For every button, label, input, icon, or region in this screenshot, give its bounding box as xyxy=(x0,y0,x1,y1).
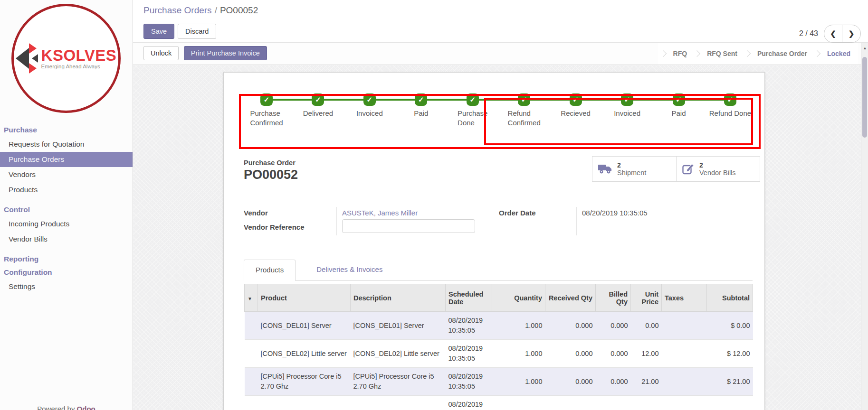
ksolves-logo: KSOLVES Emerging Ahead Always xyxy=(11,4,121,113)
vendor-bills-stat-button[interactable]: 2 Vendor Bills xyxy=(676,157,760,181)
status-purchase-order[interactable]: Purchase Order xyxy=(750,50,815,57)
tracker-step: ✓Purchase Confirmed xyxy=(242,93,291,128)
brand-name: KSOLVES xyxy=(41,47,117,63)
vendor-reference-input[interactable] xyxy=(342,219,475,233)
brand-tagline: Emerging Ahead Always xyxy=(41,64,117,70)
order-date-value[interactable]: 08/20/2019 10:35:05 xyxy=(582,207,648,219)
col-quantity: Quantity xyxy=(492,284,545,312)
check-badge-icon: ✓ xyxy=(621,93,633,106)
unlock-button[interactable]: Unlock xyxy=(143,46,179,60)
scrollbar-thumb[interactable] xyxy=(862,57,867,138)
tracker-step: ✓Purchase Done xyxy=(448,93,497,128)
action-bar: Unlock Print Purchase Invoice RFQ RFQ Se… xyxy=(133,43,861,65)
pager-next-button[interactable]: ❯ xyxy=(842,25,860,42)
vendor-field-label: Vendor xyxy=(244,207,336,221)
powered-by-odoo: Powered by Odoo xyxy=(0,405,133,410)
col-received-qty: Received Qty xyxy=(545,284,596,312)
tracker-step: ✓Paid xyxy=(654,93,704,128)
stat-buttons: 2 Shipment 2 Vendor Bills xyxy=(592,156,760,182)
tracker-step: ✓Invoiced xyxy=(345,93,394,128)
order-type-label: Purchase Order xyxy=(244,159,296,167)
check-badge-icon: ✓ xyxy=(673,93,685,106)
save-button[interactable]: Save xyxy=(143,24,174,39)
col-product: Product xyxy=(258,284,351,312)
sidebar-item-settings[interactable]: Settings xyxy=(0,279,133,294)
sidebar-item-products[interactable]: Products xyxy=(0,182,133,197)
table-row[interactable]: [CONS_DEL02] Little server [CONS_DEL02] … xyxy=(245,340,753,368)
tracker-step: ✓Refund Confirmed xyxy=(499,93,549,128)
vertical-scrollbar[interactable]: ▲ xyxy=(861,43,868,410)
chevron-right-icon: ❯ xyxy=(849,29,855,38)
status-rfq-sent[interactable]: RFQ Sent xyxy=(699,50,745,57)
status-bar: RFQ RFQ Sent Purchase Order Locked xyxy=(658,43,858,65)
truck-icon xyxy=(598,164,612,174)
tracker-step: ✓Delivered xyxy=(293,93,343,128)
col-subtotal: Subtotal xyxy=(707,284,753,312)
check-badge-icon: ✓ xyxy=(570,93,582,106)
pager-previous-button[interactable]: ❮ xyxy=(824,25,842,42)
edit-icon xyxy=(682,163,695,175)
table-row[interactable]: [CPUi5] Processor Core i5 2.70 Ghz [CPUi… xyxy=(245,368,753,396)
order-lines-table: ▼ Product Description Scheduled Date Qua… xyxy=(244,284,753,410)
top-bar: Purchase Orders/PO00052 SaveDiscard 2 / … xyxy=(133,0,868,43)
check-badge-icon: ✓ xyxy=(415,93,427,106)
sidebar-item-vendor-bills[interactable]: Vendor Bills xyxy=(0,232,133,247)
check-badge-icon: ✓ xyxy=(518,93,530,106)
print-purchase-invoice-button[interactable]: Print Purchase Invoice xyxy=(184,46,267,60)
discard-button[interactable]: Discard xyxy=(178,24,216,39)
tracker-step: ✓Invoiced xyxy=(602,93,652,128)
check-badge-icon: ✓ xyxy=(467,93,479,106)
vendor-value-link[interactable]: ASUSTeK, James Miller xyxy=(342,207,493,219)
order-date-field-label: Order Date xyxy=(499,207,576,221)
scrollbar-up-arrow-icon[interactable]: ▲ xyxy=(861,43,868,53)
breadcrumb-current: PO00052 xyxy=(220,5,258,15)
table-header-row: ▼ Product Description Scheduled Date Qua… xyxy=(245,284,753,312)
odoo-link[interactable]: Odoo xyxy=(77,405,95,410)
chevron-left-icon: ❮ xyxy=(830,29,836,38)
check-badge-icon: ✓ xyxy=(312,93,324,106)
order-name: PO00052 xyxy=(244,168,298,182)
tab-products[interactable]: Products xyxy=(244,260,296,281)
purchase-order-form-card: ✓Purchase Confirmed ✓Delivered ✓Invoiced… xyxy=(223,72,765,410)
column-toggle-caret-icon[interactable]: ▼ xyxy=(248,296,252,301)
sidebar-item-purchase-orders[interactable]: Purchase Orders xyxy=(0,152,133,167)
tracker-step: ✓Refund Done xyxy=(706,93,755,128)
check-badge-icon: ✓ xyxy=(260,93,273,106)
col-unit-price: Unit Price xyxy=(631,284,662,312)
col-taxes: Taxes xyxy=(662,284,707,312)
nav-header-purchase[interactable]: Purchase xyxy=(0,123,133,137)
ksolves-logo-mark-icon xyxy=(16,43,38,74)
pager: 2 / 43 ❮ ❯ xyxy=(799,25,861,43)
tracker-step: ✓Paid xyxy=(396,93,446,128)
order-progress-tracker: ✓Purchase Confirmed ✓Delivered ✓Invoiced… xyxy=(224,73,764,153)
nav-header-control[interactable]: Control xyxy=(0,203,133,216)
check-badge-icon: ✓ xyxy=(363,93,376,106)
check-badge-icon: ✓ xyxy=(724,93,736,106)
notebook-tabs: Products Deliveries & Invoices xyxy=(244,260,753,281)
table-row[interactable]: [CONS_DEL01] Server [CONS_DEL01] Server … xyxy=(245,312,753,340)
tab-deliveries-invoices[interactable]: Deliveries & Invoices xyxy=(305,260,394,280)
col-billed-qty: Billed Qty xyxy=(596,284,631,312)
status-rfq[interactable]: RFQ xyxy=(666,50,695,57)
content-area: ✓Purchase Confirmed ✓Delivered ✓Invoiced… xyxy=(133,65,861,410)
col-scheduled-date: Scheduled Date xyxy=(446,284,492,312)
sidebar-item-vendors[interactable]: Vendors xyxy=(0,167,133,182)
sidebar-nav: Purchase Requests for Quotation Purchase… xyxy=(0,123,133,294)
vendor-reference-field-label: Vendor Reference xyxy=(244,221,336,235)
tracker-step: ✓Recieved xyxy=(551,93,601,128)
breadcrumb-purchase-orders[interactable]: Purchase Orders xyxy=(143,5,212,15)
nav-header-reporting[interactable]: Reporting xyxy=(0,252,133,266)
sidebar: KSOLVES Emerging Ahead Always Purchase R… xyxy=(0,0,133,410)
pager-count: 2 / 43 xyxy=(799,29,818,38)
nav-header-configuration[interactable]: Configuration xyxy=(0,266,133,279)
sidebar-item-incoming-products[interactable]: Incoming Products xyxy=(0,216,133,232)
status-locked[interactable]: Locked xyxy=(820,50,858,57)
sidebar-item-requests-for-quotation[interactable]: Requests for Quotation xyxy=(0,137,133,152)
col-description: Description xyxy=(351,284,446,312)
table-row[interactable]: 08/20/2019 xyxy=(245,396,753,410)
breadcrumb-separator: / xyxy=(212,5,220,15)
order-form-fields: Vendor Vendor Reference ASUSTeK, James M… xyxy=(244,207,752,235)
breadcrumb: Purchase Orders/PO00052 xyxy=(143,5,258,16)
shipment-stat-button[interactable]: 2 Shipment xyxy=(592,157,676,181)
